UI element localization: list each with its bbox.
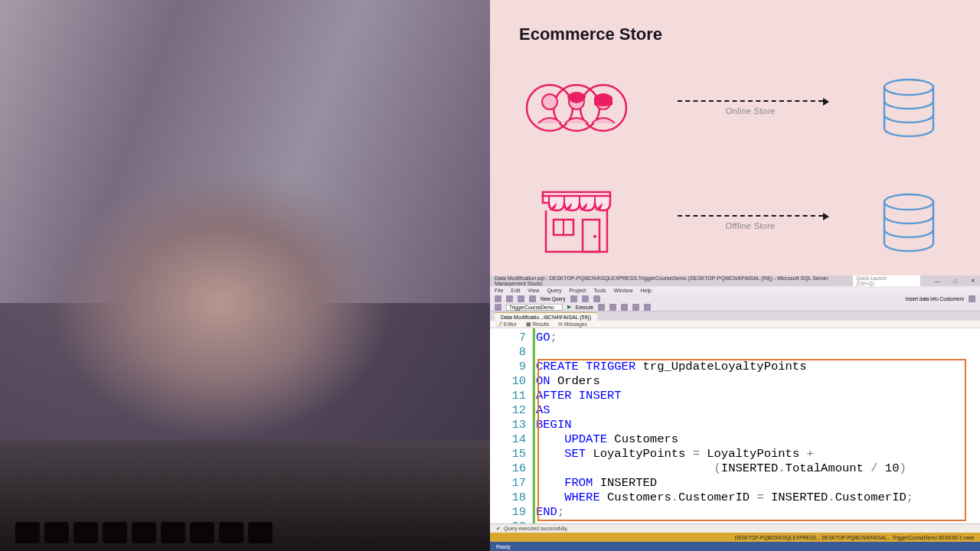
svg-point-3 xyxy=(542,94,557,109)
svg-point-12 xyxy=(884,194,933,210)
db-selector[interactable]: TriggerCourseDemo xyxy=(506,304,563,311)
toolbar-icon[interactable] xyxy=(529,295,536,302)
diagram-row-online: Online Store xyxy=(519,58,951,158)
ssms-tab-active[interactable]: Data Modificatio...I8CN4\FAISAL (59)) xyxy=(495,312,597,321)
toolbar-icon[interactable] xyxy=(506,295,513,302)
ssms-subtabs: 📝 Editor▦ Results✉ Messages xyxy=(490,321,980,328)
new-query-button[interactable]: New Query xyxy=(541,296,566,302)
menu-file[interactable]: File xyxy=(495,288,503,293)
diagram-panel: Ecommerce Store xyxy=(490,0,980,276)
quick-launch-input[interactable]: Quick Launch (Ctrl+Q) xyxy=(852,275,920,287)
toolbar-icon[interactable] xyxy=(495,295,501,302)
toolbar-icon[interactable] xyxy=(969,295,975,302)
ssms-window-title: Data Modification.sql - DESKTOP-PQI8CN4\… xyxy=(495,276,852,286)
results-message: Query executed successfully. xyxy=(504,526,568,531)
ssms-titlebar: Data Modification.sql - DESKTOP-PQI8CN4\… xyxy=(490,276,980,286)
code-line[interactable] xyxy=(536,345,980,360)
subtab-editor[interactable]: 📝 Editor xyxy=(496,321,517,328)
diagram-row-offline: Offline Store xyxy=(519,173,951,272)
subtab-messages[interactable]: ✉ Messages xyxy=(558,321,586,328)
arrow-icon xyxy=(678,215,823,217)
code-content[interactable]: GO;CREATE TRIGGER trg_UpdateLoyaltyPoint… xyxy=(533,328,980,523)
menu-help[interactable]: Help xyxy=(641,288,652,293)
arrow-label-offline: Offline Store xyxy=(726,221,776,230)
maximize-icon[interactable]: □ xyxy=(954,279,957,284)
code-editor[interactable]: 789101112131415161718192021 GO;CREATE TR… xyxy=(490,328,980,523)
menu-tools[interactable]: Tools xyxy=(593,288,606,293)
ssms-results-bar: ✔ Query executed successfully. xyxy=(490,523,980,533)
menu-window[interactable]: Window xyxy=(614,288,633,293)
ssms-toolbar-1: New Query Insert data into Customers xyxy=(490,295,980,303)
toolbar-icon[interactable] xyxy=(593,295,600,302)
toolbar-icon[interactable] xyxy=(644,304,651,311)
database-icon xyxy=(867,77,951,139)
menu-edit[interactable]: Edit xyxy=(511,288,520,293)
toolbar-icon[interactable] xyxy=(582,295,589,302)
diagram-title: Ecommerce Store xyxy=(519,24,951,44)
svg-point-11 xyxy=(593,235,596,238)
subtab-results[interactable]: ▦ Results xyxy=(526,321,549,328)
photo-laptop xyxy=(0,441,490,551)
arrow-icon xyxy=(678,100,823,102)
toolbar-icon[interactable] xyxy=(598,304,605,311)
status-ready: Ready xyxy=(496,544,511,549)
photo-hand xyxy=(49,165,392,441)
menu-view[interactable]: View xyxy=(528,288,539,293)
ssms-window: Data Modification.sql - DESKTOP-PQI8CN4\… xyxy=(490,276,980,551)
ssms-tabs: Data Modificatio...I8CN4\FAISAL (59)) xyxy=(490,311,980,321)
svg-rect-7 xyxy=(543,192,610,196)
code-line[interactable]: GO; xyxy=(536,331,980,345)
line-gutter: 789101112131415161718192021 xyxy=(490,328,533,523)
arrow-label-online: Online Store xyxy=(726,106,776,116)
highlight-box xyxy=(537,359,966,521)
toolbar-icon[interactable] xyxy=(621,304,628,311)
toolbar-text: Insert data into Customers xyxy=(906,296,964,302)
store-icon xyxy=(519,189,634,256)
ssms-menubar: FileEditViewQueryProjectToolsWindowHelp xyxy=(490,286,980,295)
svg-rect-10 xyxy=(583,220,599,252)
menu-project[interactable]: Project xyxy=(569,288,586,293)
success-icon: ✔ xyxy=(496,526,501,532)
minimize-icon[interactable]: — xyxy=(935,279,940,284)
ssms-toolbar-2: TriggerCourseDemo ▶ Execute xyxy=(490,303,980,311)
toolbar-icon[interactable] xyxy=(495,304,501,311)
toolbar-icon[interactable] xyxy=(632,304,639,311)
ssms-statusbar-1: DESKTOP-PQI8CN4\SQLEXPRESS... DESKTOP-PQ… xyxy=(490,533,980,542)
close-icon[interactable]: ✕ xyxy=(971,278,975,284)
status-right: DESKTOP-PQI8CN4\SQLEXPRESS... DESKTOP-PQ… xyxy=(735,535,974,540)
database-icon xyxy=(867,191,951,254)
photo-panel xyxy=(0,0,490,551)
execute-button[interactable]: Execute xyxy=(576,305,594,310)
users-icon xyxy=(519,80,634,135)
toolbar-icon[interactable] xyxy=(570,295,577,302)
toolbar-icon[interactable] xyxy=(518,295,524,302)
menu-query[interactable]: Query xyxy=(547,288,561,293)
svg-point-6 xyxy=(884,80,933,95)
ssms-statusbar-2: Ready xyxy=(490,542,980,551)
toolbar-icon[interactable] xyxy=(609,304,616,311)
